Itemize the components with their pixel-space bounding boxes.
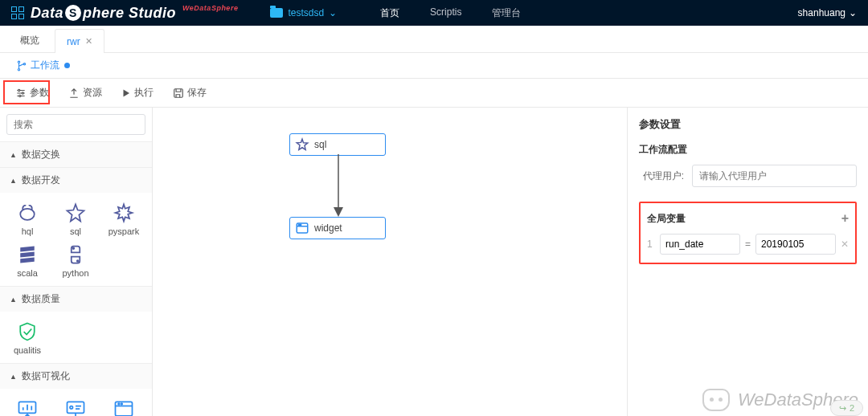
window-icon (113, 398, 135, 416)
tab-rwr[interactable]: rwr ✕ (55, 29, 104, 53)
caret-icon: ▲ (10, 151, 17, 159)
cat-data-quality[interactable]: ▲数据质量 (0, 286, 152, 312)
node-pyspark[interactable]: pyspark (100, 198, 148, 239)
window-icon (295, 221, 309, 235)
python-icon (64, 243, 87, 266)
svg-point-20 (298, 224, 299, 225)
btn-label: 资源 (83, 86, 102, 100)
project-selector[interactable]: testsdsd ⌄ (270, 7, 337, 18)
close-icon[interactable]: ✕ (85, 36, 92, 47)
panel-title: 参数设置 (639, 117, 857, 132)
node-label: scala (17, 268, 38, 278)
toolbar-resource[interactable]: 资源 (61, 82, 109, 104)
node-label: hql (22, 226, 34, 236)
nav-scriptis[interactable]: Scriptis (427, 6, 465, 20)
shield-check-icon (16, 320, 39, 343)
cat-title: 数据可视化 (22, 369, 70, 383)
proxy-user-label: 代理用户: (639, 169, 684, 183)
tab-label: 概览 (20, 34, 39, 47)
flow-node-label: widget (314, 222, 342, 234)
node-hql[interactable]: hql (3, 198, 51, 239)
var-row: 1 = ✕ (647, 234, 849, 255)
canvas-toolbar: 参数 资源 执行 保存 (0, 79, 868, 108)
svg-point-0 (18, 61, 19, 63)
search-input[interactable] (6, 114, 145, 135)
user-menu[interactable]: shanhuang ⌄ (798, 7, 857, 18)
svg-point-9 (77, 260, 79, 262)
app-logo: Data S phere Studio WeDataSphere (31, 5, 238, 22)
svg-marker-17 (337, 208, 340, 214)
delete-var-button[interactable]: ✕ (841, 239, 849, 250)
toolbar-save[interactable]: 保存 (166, 82, 214, 104)
add-var-button[interactable]: + (841, 211, 849, 226)
cat-title: 数据交换 (22, 148, 60, 161)
top-nav: 首页 Scriptis 管理台 (377, 6, 524, 20)
caret-icon: ▲ (10, 177, 17, 185)
node-qualitis[interactable]: qualitis (3, 316, 51, 358)
node-label: sql (70, 226, 81, 236)
svg-point-12 (70, 406, 73, 410)
branch-icon (16, 60, 27, 71)
play-icon (121, 88, 131, 98)
workspace-body: ▲数据交换 ▲数据开发 hql sql pyspark scala python… (0, 108, 868, 416)
node-python[interactable]: python (51, 239, 100, 281)
logo-part-2: phere Studio (83, 5, 176, 22)
elephant-icon (16, 202, 39, 224)
project-name: testsdsd (288, 7, 324, 18)
node-sql[interactable]: sql (51, 198, 100, 239)
flow-canvas[interactable]: sql widget (153, 108, 627, 416)
subtab-workflow[interactable]: 工作流 (11, 55, 75, 75)
group-data-viz: display dashboard widget (0, 389, 152, 416)
global-vars-section: 全局变量 + 1 = ✕ (639, 202, 857, 264)
tab-overview[interactable]: 概览 (8, 28, 51, 52)
svg-rect-6 (174, 88, 183, 97)
params-panel: 参数设置 工作流配置 代理用户: 全局变量 + 1 = ✕ (627, 108, 868, 416)
var-key-input[interactable] (660, 234, 740, 255)
subtab-label: 工作流 (31, 59, 59, 72)
node-label: qualitis (14, 345, 41, 355)
cat-title: 数据开发 (22, 173, 60, 187)
sub-tabs: 工作流 (0, 53, 868, 79)
cat-data-viz[interactable]: ▲数据可视化 (0, 363, 152, 389)
toolbar-params[interactable]: 参数 (8, 82, 56, 104)
username: shanhuang (798, 7, 845, 18)
toolbar-run[interactable]: 执行 (114, 82, 161, 104)
group-data-quality: qualitis (0, 312, 152, 363)
save-icon (173, 88, 184, 99)
scala-icon (16, 243, 39, 266)
arrowhead-icon (334, 207, 343, 217)
node-widget[interactable]: widget (100, 394, 148, 416)
node-display[interactable]: display (3, 394, 51, 416)
equals-sign: = (745, 239, 751, 250)
var-index: 1 (647, 239, 655, 250)
palette-search (6, 114, 145, 135)
svg-point-14 (118, 403, 120, 405)
nav-home[interactable]: 首页 (377, 6, 403, 20)
logo-tag: WeDataSphere (182, 4, 238, 12)
svg-point-1 (18, 68, 19, 70)
btn-label: 保存 (187, 86, 207, 100)
nav-console[interactable]: 管理台 (489, 6, 524, 20)
monitor-icon (64, 398, 87, 416)
flow-node-sql[interactable]: sql (289, 133, 386, 156)
chevron-down-icon: ⌄ (849, 7, 857, 18)
cat-data-dev[interactable]: ▲数据开发 (0, 167, 152, 193)
var-value-input[interactable] (755, 234, 836, 255)
proxy-user-input[interactable] (692, 165, 857, 187)
node-label: pyspark (108, 226, 140, 236)
cat-data-exchange[interactable]: ▲数据交换 (0, 141, 152, 167)
node-scala[interactable]: scala (3, 239, 51, 281)
group-data-dev: hql sql pyspark scala python (0, 193, 152, 286)
flow-node-widget[interactable]: widget (289, 217, 386, 239)
star-icon (295, 137, 309, 152)
logo-s-icon: S (65, 5, 81, 21)
node-dashboard[interactable]: dashboard (51, 394, 100, 416)
logo-part-1: Data (31, 5, 63, 22)
btn-label: 参数 (30, 86, 49, 100)
caret-icon: ▲ (10, 296, 17, 304)
flow-edge (337, 154, 340, 214)
svg-point-3 (18, 89, 20, 91)
svg-point-21 (301, 224, 301, 225)
share-bar[interactable]: ↪ 2 (830, 400, 863, 416)
svg-marker-18 (334, 207, 343, 217)
